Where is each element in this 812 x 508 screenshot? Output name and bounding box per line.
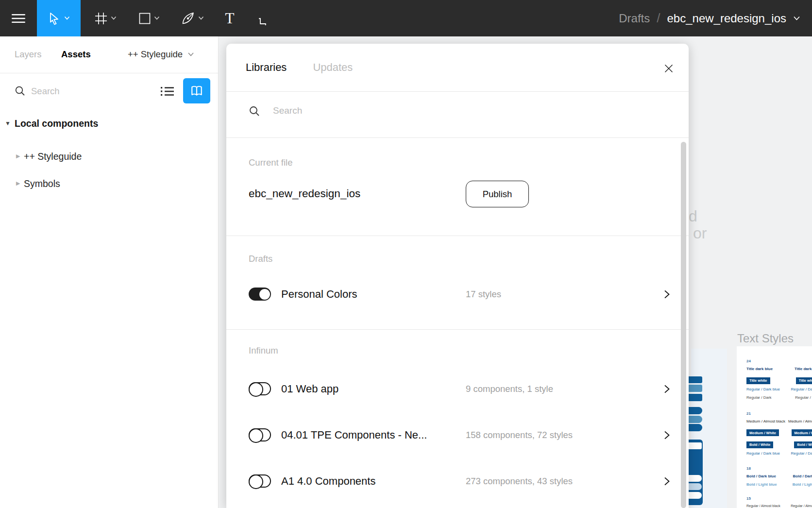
- text-styles-artboard: 24 Title dark blue Title white Regular /…: [737, 346, 812, 508]
- style-chip: Title white: [746, 377, 770, 384]
- style-row: Bold / Light blue: [746, 482, 787, 487]
- chevron-down-icon[interactable]: [793, 16, 800, 21]
- style-size-label: 21: [746, 411, 787, 416]
- divider: [226, 236, 689, 236]
- style-row: Bold / Dark blue: [746, 474, 787, 478]
- style-size-label: 24: [746, 359, 787, 363]
- sidebar-item-styleguide[interactable]: ++ Styleguide: [24, 151, 82, 162]
- rectangle-icon: [139, 13, 151, 24]
- comment-bubble-icon: [259, 12, 272, 25]
- caret-expanded-icon[interactable]: ▼: [5, 120, 11, 127]
- divider: [0, 73, 218, 73]
- text-tool-button[interactable]: T: [216, 0, 244, 36]
- library-toggle[interactable]: [249, 474, 271, 488]
- library-toggle[interactable]: [249, 382, 271, 395]
- move-tool-button[interactable]: [37, 0, 81, 36]
- style-row: Title dark blue: [746, 367, 787, 371]
- library-row-tpe-components[interactable]: 04.01 TPE Components - Ne... 158 compone…: [226, 428, 689, 441]
- text-tool-icon: T: [225, 10, 235, 27]
- breadcrumb-separator: /: [657, 11, 660, 26]
- text-styles-frame-title: Text Styles: [737, 332, 794, 345]
- style-chip: Title white: [796, 377, 812, 384]
- section-title-drafts: Drafts: [249, 254, 272, 264]
- toolbar: T Drafts / ebc_new_redesign_ios: [0, 0, 812, 36]
- breadcrumb: Drafts / ebc_new_redesign_ios: [619, 0, 800, 36]
- main-menu-button[interactable]: [0, 0, 37, 36]
- comment-tool-button[interactable]: [252, 0, 280, 36]
- chevron-right-icon[interactable]: [663, 384, 670, 395]
- rectangle-tool-button[interactable]: [130, 0, 168, 36]
- library-name: 01 Web app: [281, 382, 338, 395]
- hamburger-menu-icon: [11, 13, 26, 24]
- tab-layers[interactable]: Layers: [15, 49, 42, 60]
- current-file-label: Current file: [249, 157, 292, 168]
- list-view-icon: [161, 86, 174, 97]
- style-chip: Medium / White: [746, 429, 779, 436]
- style-row: Medium / Almost black: [787, 419, 812, 423]
- style-row: Medium / Almost black: [746, 419, 787, 423]
- chevron-down-icon: [198, 16, 204, 20]
- chevron-down-icon: [111, 16, 117, 20]
- modal-tabs: Libraries Updates: [246, 44, 353, 91]
- search-icon: [249, 105, 260, 117]
- libraries-search-input[interactable]: [273, 103, 613, 119]
- chevron-right-icon[interactable]: [663, 289, 670, 301]
- figma-app-window: d or Text Styles 24 Title dark blue Titl…: [0, 0, 812, 508]
- chevron-down-icon: [154, 16, 160, 20]
- library-toggle[interactable]: [249, 428, 271, 441]
- caret-collapsed-icon[interactable]: ▶: [16, 180, 20, 186]
- chevron-right-icon[interactable]: [663, 476, 670, 488]
- breadcrumb-filename[interactable]: ebc_new_redesign_ios: [667, 12, 786, 25]
- current-file-name: ebc_new_redesign_ios: [249, 187, 360, 200]
- chevron-down-icon: [187, 52, 194, 57]
- tab-updates[interactable]: Updates: [313, 61, 353, 74]
- style-row: Regular / Almost black: [787, 504, 812, 508]
- publish-button[interactable]: Publish: [466, 181, 529, 207]
- frame-tool-button[interactable]: [86, 0, 124, 36]
- tab-assets[interactable]: Assets: [61, 49, 91, 60]
- library-meta: 273 components, 43 styles: [466, 474, 573, 488]
- pen-icon: [182, 12, 195, 25]
- style-row: Regular / Dark: [787, 395, 812, 400]
- close-button[interactable]: [661, 61, 676, 76]
- modal-scrollbar[interactable]: [681, 142, 686, 508]
- left-sidebar: Layers Assets ++ Styleguide ▼ Local comp…: [0, 36, 219, 508]
- text-styles-column: 24 Title dark blue Title white Regular /…: [746, 359, 787, 508]
- library-name: A1 4.0 Components: [281, 474, 375, 488]
- list-view-button[interactable]: [158, 84, 177, 99]
- page-selector[interactable]: ++ Styleguide: [128, 49, 194, 60]
- library-row-personal-colors[interactable]: Personal Colors 17 styles: [226, 288, 689, 301]
- style-row: Title dark blue: [787, 367, 812, 371]
- style-size-label: 15: [746, 496, 787, 501]
- style-row: Bold / Light blue: [787, 482, 812, 487]
- library-row-a1-components[interactable]: A1 4.0 Components 273 components, 43 sty…: [226, 474, 689, 488]
- style-row: Regular / Dark blue: [746, 387, 787, 391]
- library-name: 04.01 TPE Components - Ne...: [281, 428, 427, 441]
- page-selector-label: ++ Styleguide: [128, 49, 183, 60]
- open-book-icon: [189, 84, 204, 98]
- libraries-button[interactable]: [183, 78, 210, 103]
- assets-search-input[interactable]: [31, 84, 143, 99]
- sidebar-item-symbols[interactable]: Symbols: [24, 178, 60, 189]
- divider: [226, 329, 689, 330]
- text-styles-column: . Title dark blue Title white Regular / …: [787, 359, 812, 508]
- search-icon: [15, 85, 26, 97]
- canvas-text-fragment: or: [693, 224, 707, 242]
- style-chip: Bold / White: [746, 441, 773, 448]
- style-row: Regular / Dark blue: [787, 387, 812, 391]
- style-row: Regular / Almost black: [746, 504, 787, 508]
- canvas-text-fragment: d: [689, 207, 697, 225]
- caret-collapsed-icon[interactable]: ▶: [16, 153, 20, 159]
- local-components-header[interactable]: Local components: [15, 118, 98, 129]
- library-meta: 17 styles: [466, 288, 501, 301]
- libraries-modal: Libraries Updates Current file ebc_new_r…: [226, 44, 689, 508]
- pen-tool-button[interactable]: [174, 0, 212, 36]
- chevron-right-icon[interactable]: [663, 430, 670, 441]
- chevron-down-icon: [64, 16, 70, 20]
- style-row: Regular / Dark blue: [787, 451, 812, 456]
- library-toggle[interactable]: [249, 288, 271, 301]
- section-title-infinum: Infinum: [249, 345, 278, 356]
- library-row-web-app[interactable]: 01 Web app 9 components, 1 style: [226, 382, 689, 395]
- tab-libraries[interactable]: Libraries: [246, 61, 287, 74]
- breadcrumb-location[interactable]: Drafts: [619, 12, 650, 25]
